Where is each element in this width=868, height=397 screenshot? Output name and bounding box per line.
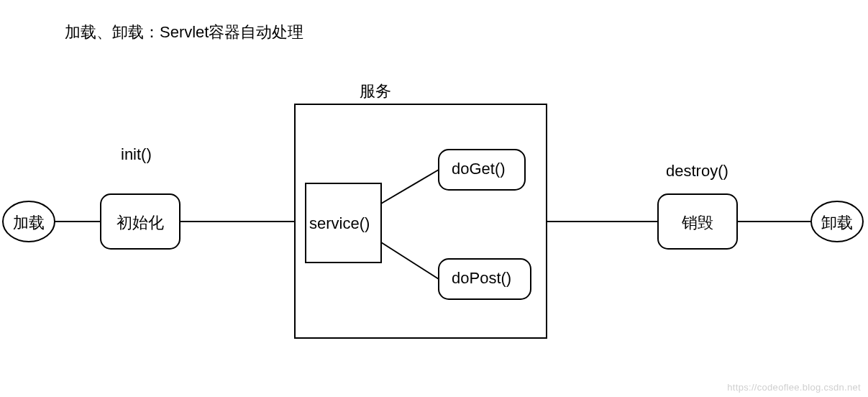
edge-service-to-dopost	[381, 242, 439, 279]
dopost-label: doPost()	[452, 269, 511, 288]
edge-service-to-doget	[381, 170, 439, 204]
init-method-label: init()	[121, 145, 152, 164]
destroy-method-label: destroy()	[666, 162, 728, 181]
unload-label: 卸载	[821, 212, 853, 234]
doget-label: doGet()	[452, 160, 506, 178]
destroy-box-label: 销毁	[682, 212, 713, 234]
load-label: 加载	[13, 212, 45, 234]
service-header-label: 服务	[360, 81, 391, 102]
init-box-label: 初始化	[117, 212, 164, 234]
service-box-label: service()	[309, 214, 370, 233]
diagram-title: 加载、卸载：Servlet容器自动处理	[65, 22, 303, 43]
watermark: https://codeoflee.blog.csdn.net	[727, 382, 861, 393]
diagram-canvas	[0, 0, 868, 397]
